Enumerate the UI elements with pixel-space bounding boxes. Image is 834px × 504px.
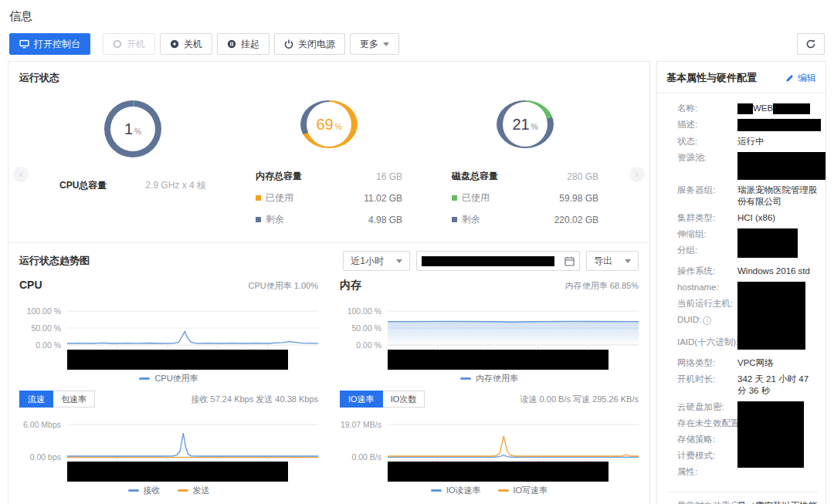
memory-line-plot: [388, 303, 639, 350]
property-row-cluster-type: 集群类型: HCI (x86): [677, 212, 818, 224]
memory-trend-chart: 内存 内存使用率 68.85% 100.00 % 50.00 % 0.00 %: [340, 279, 639, 391]
disk-gauge: 21 % 磁盘总容量 280 GB 已使用 59.98 GB 剩余: [429, 96, 622, 235]
refresh-button[interactable]: [797, 33, 825, 55]
content: 运行状态 1 % CPU总容量 2.9 GHz x 4 核: [0, 61, 834, 504]
divider: [668, 492, 818, 492]
pencil-icon: [785, 73, 795, 83]
redacted-value: [737, 228, 798, 258]
property-row-network-type: 网络类型: VPC网络: [677, 357, 818, 369]
console-icon: [19, 39, 29, 49]
power-icon: [284, 39, 293, 49]
memory-total-value: 16 GB: [376, 171, 402, 182]
redacted-x-axis: [67, 462, 288, 482]
used-legend-swatch: [452, 195, 457, 201]
redacted-value: [773, 103, 810, 114]
property-row-status: 状态: 运行中: [677, 136, 818, 147]
more-button[interactable]: 更多: [350, 33, 399, 55]
power-on-button[interactable]: 开机: [103, 33, 155, 55]
redacted-value: [737, 119, 821, 131]
open-console-button[interactable]: 打开控制台: [9, 33, 90, 55]
toolbar: 打开控制台 开机 关机 挂起 关闭电源 更多: [0, 27, 834, 61]
send-legend-swatch: [178, 489, 188, 492]
export-select[interactable]: 导出: [586, 251, 639, 271]
receive-legend-swatch: [128, 489, 139, 492]
cpu-total-label: CPU总容量: [59, 179, 107, 192]
carousel-prev-button[interactable]: [13, 167, 29, 182]
gauges-row: 1 % CPU总容量 2.9 GHz x 4 核 69 %: [8, 91, 649, 242]
io-chart-summary: 读速 0.00 B/s 写速 295.26 KB/s: [520, 394, 639, 405]
suspend-button[interactable]: 挂起: [217, 33, 270, 55]
refresh-icon: [805, 39, 816, 49]
chevron-down-icon: [625, 259, 631, 263]
memory-chart-summary: 内存使用率 68.85%: [565, 280, 639, 292]
io-read-legend-swatch: [431, 489, 442, 492]
cpu-gauge: 1 % CPU总容量 2.9 GHz x 4 核: [36, 96, 229, 235]
memory-total-label: 内存总容量: [256, 170, 302, 183]
date-range-input[interactable]: [416, 251, 580, 271]
tab-packet-rate[interactable]: 包速率: [53, 391, 95, 408]
disk-donut: 21 %: [497, 100, 554, 148]
disk-total-label: 磁盘总容量: [452, 170, 498, 183]
redacted-value: [737, 401, 804, 468]
io-chart-tabs: IO速率 IO次数: [340, 391, 425, 408]
redacted-x-axis: [388, 462, 609, 482]
time-range-select[interactable]: 近1小时: [343, 251, 410, 271]
network-trend-chart: 流速 包速率 接收 57.24 Kbps 发送 40.38 Kbps 6.00 …: [19, 391, 318, 502]
carousel-next-button[interactable]: [629, 167, 645, 182]
memory-gauge: 69 % 内存总容量 16 GB 已使用 11.02 GB 剩余: [232, 96, 425, 235]
io-line-plot: [388, 415, 639, 462]
trend-title: 运行状态趋势图: [19, 254, 90, 268]
redacted-value: [737, 152, 826, 180]
chevron-down-icon: [396, 259, 402, 263]
disk-percent: 21: [512, 116, 529, 134]
property-group-host-ids: hostname: 当前运行主机: DUID: IAID(十六进制):: [677, 282, 818, 353]
free-legend-swatch: [452, 217, 457, 222]
power-on-icon: [113, 39, 122, 49]
io-trend-chart: IO速率 IO次数 读速 0.00 B/s 写速 295.26 KB/s 19.…: [340, 391, 639, 502]
vm-status-value: 运行中: [737, 136, 818, 147]
memory-chart-title: 内存: [340, 279, 361, 293]
info-icon[interactable]: [703, 316, 711, 325]
network-chart-summary: 接收 57.24 Kbps 发送 40.38 Kbps: [192, 394, 318, 405]
cpu-donut: 1 %: [104, 100, 161, 157]
property-row-name: 名称: WEB: [677, 103, 818, 114]
property-row-uptime: 开机时长: 342 天 21 小时 47 分 36 秒: [677, 374, 818, 397]
shutdown-icon: [170, 39, 179, 49]
redacted-value: [737, 103, 753, 114]
running-status-title: 运行状态: [8, 62, 649, 91]
property-row-server-group: 服务器组: 瑞派宠物医院管理股份有限公司: [677, 184, 818, 208]
memory-percent: 69: [316, 116, 333, 134]
network-line-plot: [67, 415, 318, 462]
cpu-percent: 1: [124, 120, 133, 138]
properties-title: 基本属性与硬件配置: [666, 71, 757, 85]
cpu-chart-title: CPU: [19, 279, 42, 291]
property-row-auto-restart: 异常时自动重启: 是（需安装以下性能优化工具才能生效）: [677, 500, 818, 504]
redacted-value: [737, 282, 805, 350]
property-row-os: 操作系统: Windows 2016 std: [677, 266, 818, 277]
property-group-storage: 云硬盘加密: 存在未生效配置: 存储策略: 计费模式: 属性:: [677, 401, 818, 482]
tab-io-count[interactable]: IO次数: [383, 391, 425, 408]
io-write-legend-swatch: [498, 489, 509, 492]
memory-donut: 69 %: [300, 100, 358, 148]
used-legend-swatch: [256, 195, 261, 201]
redacted-x-axis: [67, 350, 288, 370]
property-group-scaling: 伸缩组: 分组:: [677, 228, 818, 261]
cpu-line-plot: [67, 303, 318, 350]
free-legend-swatch: [256, 217, 261, 222]
calendar-icon: [564, 256, 575, 266]
redacted-x-axis: [388, 350, 609, 370]
edit-button[interactable]: 编辑: [785, 72, 816, 85]
page-title: 信息: [0, 0, 834, 27]
cpu-chart-summary: CPU使用率 1.00%: [249, 280, 318, 292]
cpu-usage-legend-swatch: [139, 377, 150, 380]
network-chart-tabs: 流速 包速率: [19, 391, 95, 408]
disk-total-value: 280 GB: [567, 171, 598, 182]
trend-section: 运行状态趋势图 近1小时 导出: [8, 242, 649, 502]
shutdown-button[interactable]: 关机: [160, 33, 212, 55]
tab-flow-rate[interactable]: 流速: [19, 391, 53, 408]
pause-circle-icon: [227, 39, 236, 49]
cpu-trend-chart: CPU CPU使用率 1.00% 100.00 % 50.00 % 0.00 %: [19, 279, 318, 391]
chevron-down-icon: [383, 42, 389, 46]
tab-io-rate[interactable]: IO速率: [340, 391, 383, 408]
power-off-button[interactable]: 关闭电源: [274, 33, 345, 55]
